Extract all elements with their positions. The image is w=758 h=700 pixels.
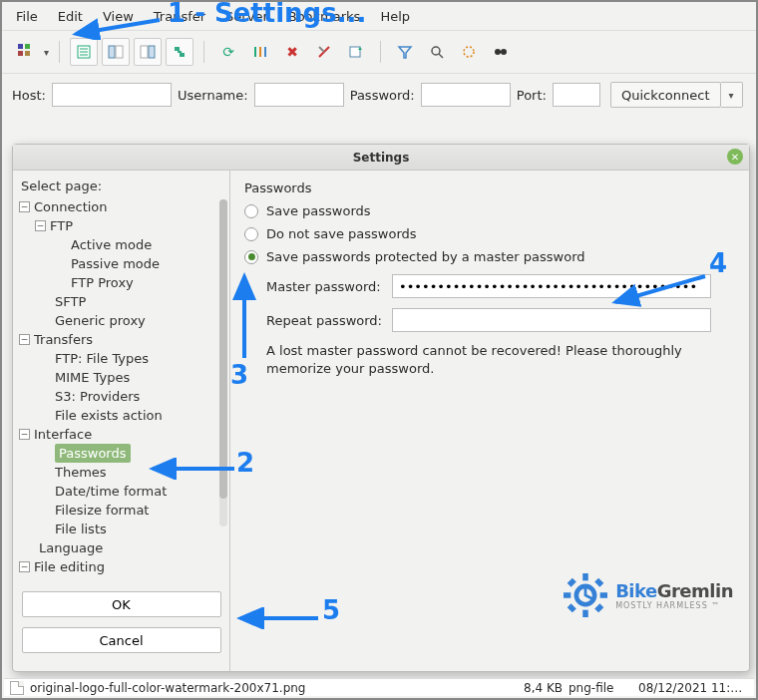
tree-scrollbar[interactable] bbox=[219, 199, 227, 526]
menu-help[interactable]: Help bbox=[370, 5, 420, 28]
repeat-password-input[interactable] bbox=[392, 308, 711, 332]
filter-icon[interactable] bbox=[391, 38, 419, 66]
svg-rect-30 bbox=[568, 603, 576, 612]
tree-item-active-mode[interactable]: Active mode bbox=[71, 235, 152, 254]
svg-rect-21 bbox=[500, 51, 502, 53]
tree-item-filesize[interactable]: Filesize format bbox=[55, 501, 149, 520]
radio-do-not-save-passwords[interactable] bbox=[244, 227, 258, 241]
tree-item-connection[interactable]: Connection bbox=[34, 197, 108, 216]
tree-item-ftp-filetypes[interactable]: FTP: File Types bbox=[55, 349, 149, 368]
password-input[interactable] bbox=[421, 83, 511, 107]
toggle-queue-icon[interactable] bbox=[166, 38, 193, 66]
menu-server[interactable]: Server bbox=[215, 5, 278, 28]
reconnect-icon[interactable] bbox=[342, 38, 370, 66]
svg-rect-26 bbox=[564, 592, 570, 598]
tree-item-ftp[interactable]: FTP bbox=[50, 216, 73, 235]
file-type: png-file bbox=[568, 681, 632, 695]
dialog-title: Settings bbox=[353, 151, 410, 165]
tree-item-file-editing[interactable]: File editing bbox=[34, 557, 105, 576]
username-input[interactable] bbox=[254, 83, 344, 107]
expander-icon[interactable]: − bbox=[19, 561, 30, 572]
toggle-local-tree-icon[interactable] bbox=[102, 38, 130, 66]
menu-view[interactable]: View bbox=[93, 5, 144, 28]
tree-item-themes[interactable]: Themes bbox=[55, 463, 107, 482]
disconnect-icon[interactable] bbox=[310, 38, 338, 66]
settings-sidebar: Select page: −Connection −FTP Active mod… bbox=[13, 171, 230, 671]
expander-icon[interactable]: − bbox=[19, 201, 30, 212]
radio-master-password[interactable] bbox=[244, 250, 258, 264]
svg-rect-8 bbox=[109, 46, 115, 58]
radio-save-passwords[interactable] bbox=[244, 204, 258, 218]
refresh-icon[interactable]: ⟳ bbox=[214, 38, 242, 66]
menubar: File Edit View Transfer Server Bookmarks… bbox=[2, 2, 756, 30]
tree-item-ftp-proxy[interactable]: FTP Proxy bbox=[71, 273, 134, 292]
panel-heading: Passwords bbox=[244, 180, 735, 195]
svg-rect-1 bbox=[25, 44, 30, 49]
tree-item-interface[interactable]: Interface bbox=[34, 425, 92, 444]
tree-item-passwords[interactable]: Passwords bbox=[55, 444, 131, 463]
tree-item-s3-providers[interactable]: S3: Providers bbox=[55, 387, 140, 406]
file-icon bbox=[10, 681, 24, 695]
search-icon[interactable] bbox=[423, 38, 451, 66]
port-input[interactable] bbox=[553, 83, 600, 107]
tree-item-mime-types[interactable]: MIME Types bbox=[55, 368, 130, 387]
menu-bookmarks[interactable]: Bookmarks bbox=[278, 5, 371, 28]
svg-rect-9 bbox=[116, 46, 123, 58]
svg-rect-25 bbox=[582, 610, 588, 617]
toggle-log-icon[interactable] bbox=[70, 38, 98, 66]
svg-rect-15 bbox=[350, 47, 360, 57]
settings-panel: Passwords Save passwords Do not save pas… bbox=[230, 171, 749, 671]
tree-item-generic-proxy[interactable]: Generic proxy bbox=[55, 311, 146, 330]
cancel-icon[interactable]: ✖ bbox=[278, 38, 306, 66]
dialog-titlebar: Settings ✕ bbox=[13, 145, 749, 171]
master-password-label: Master password: bbox=[266, 279, 384, 294]
ok-button[interactable]: OK bbox=[22, 591, 221, 617]
watermark-tagline: MOSTLY HARMLESS ™ bbox=[615, 601, 733, 610]
annotation-label-3: 3 bbox=[230, 360, 248, 390]
annotation-label-5: 5 bbox=[322, 595, 340, 625]
expander-icon[interactable]: − bbox=[35, 220, 46, 231]
site-manager-icon[interactable] bbox=[12, 38, 40, 66]
toggle-remote-tree-icon[interactable] bbox=[134, 38, 162, 66]
quickconnect-button[interactable]: Quickconnect bbox=[610, 82, 721, 108]
file-size: 8,4 KB bbox=[503, 681, 563, 695]
file-row[interactable]: original-logo-full-color-watermark-200x7… bbox=[4, 678, 754, 696]
tree-item-sftp[interactable]: SFTP bbox=[55, 292, 86, 311]
master-password-input[interactable] bbox=[392, 274, 711, 298]
gear-icon bbox=[564, 573, 607, 617]
svg-rect-0 bbox=[18, 44, 23, 49]
svg-rect-3 bbox=[25, 51, 30, 56]
radio-master-password-label: Save passwords protected by a master pas… bbox=[266, 249, 585, 264]
quickconnect-bar: Host: Username: Password: Port: Quickcon… bbox=[2, 74, 756, 116]
username-label: Username: bbox=[178, 88, 248, 103]
compare-icon[interactable] bbox=[455, 38, 483, 66]
settings-tree[interactable]: −Connection −FTP Active mode Passive mod… bbox=[13, 197, 229, 576]
tree-item-datetime[interactable]: Date/time format bbox=[55, 482, 167, 501]
menu-transfer[interactable]: Transfer bbox=[144, 5, 215, 28]
expander-icon[interactable]: − bbox=[19, 334, 30, 345]
host-input[interactable] bbox=[52, 83, 172, 107]
port-label: Port: bbox=[517, 88, 547, 103]
password-label: Password: bbox=[350, 88, 415, 103]
svg-rect-31 bbox=[594, 603, 603, 612]
tree-item-passive-mode[interactable]: Passive mode bbox=[71, 254, 160, 273]
tree-item-transfers[interactable]: Transfers bbox=[34, 330, 93, 349]
svg-rect-10 bbox=[141, 46, 148, 58]
cancel-button[interactable]: Cancel bbox=[22, 627, 221, 653]
tree-item-file-exists[interactable]: File exists action bbox=[55, 406, 163, 425]
file-date: 08/12/2021 11:… bbox=[638, 681, 748, 695]
process-queue-icon[interactable] bbox=[246, 38, 274, 66]
menu-edit[interactable]: Edit bbox=[48, 5, 93, 28]
menu-file[interactable]: File bbox=[6, 5, 48, 28]
dialog-close-icon[interactable]: ✕ bbox=[727, 149, 743, 165]
site-manager-dropdown-icon[interactable]: ▾ bbox=[44, 47, 49, 58]
sidebar-heading: Select page: bbox=[13, 176, 229, 197]
quickconnect-dropdown-icon[interactable]: ▾ bbox=[721, 82, 743, 108]
tree-item-filelists[interactable]: File lists bbox=[55, 520, 107, 538]
settings-dialog: Settings ✕ Select page: −Connection −FTP… bbox=[12, 144, 750, 672]
toolbar: ▾ ⟳ ✖ bbox=[2, 30, 756, 74]
watermark-name-a: Bike bbox=[615, 580, 657, 601]
tree-item-language[interactable]: Language bbox=[39, 538, 103, 557]
expander-icon[interactable]: − bbox=[19, 429, 30, 440]
find-icon[interactable] bbox=[487, 38, 515, 66]
